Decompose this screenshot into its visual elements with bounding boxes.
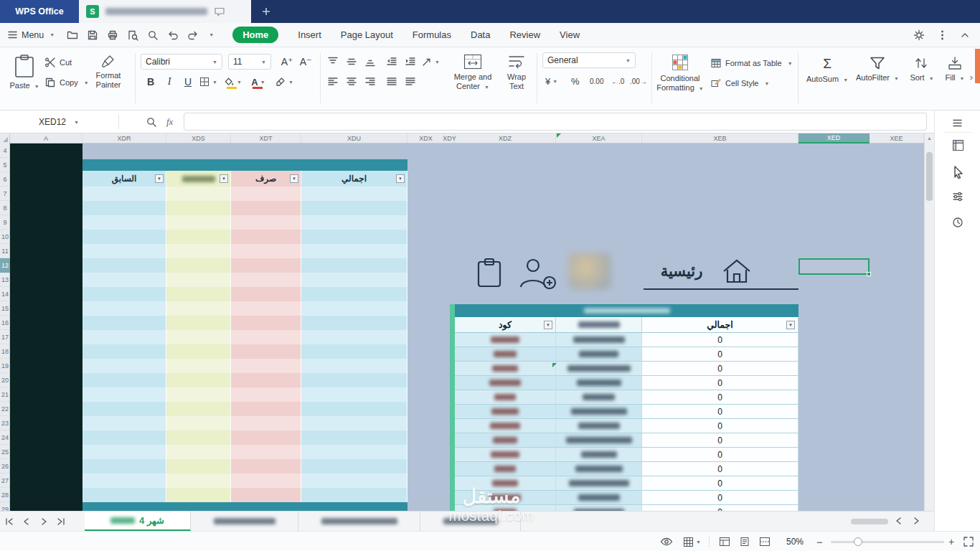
formula-search-icon[interactable] xyxy=(146,116,157,128)
left-table-cell[interactable] xyxy=(231,387,301,402)
left-table-cell[interactable] xyxy=(166,474,231,488)
left-table-cell[interactable] xyxy=(83,273,166,287)
new-tab-button[interactable] xyxy=(261,6,271,17)
normal-view-button[interactable] xyxy=(719,532,730,551)
left-table-cell[interactable] xyxy=(301,359,407,373)
total-cell[interactable]: 0 xyxy=(642,333,798,347)
filter-button[interactable]: ▼ xyxy=(396,174,405,183)
print-icon[interactable] xyxy=(106,29,118,41)
left-table-cell[interactable] xyxy=(166,430,231,445)
row-header-11[interactable]: 11 xyxy=(0,244,10,258)
left-table-cell[interactable] xyxy=(231,316,301,330)
total-cell[interactable]: 0 xyxy=(642,419,798,433)
name-cell[interactable] xyxy=(556,333,642,347)
name-cell[interactable] xyxy=(556,390,642,405)
align-bottom-button[interactable] xyxy=(362,53,379,70)
filter-button[interactable]: ▼ xyxy=(786,321,795,329)
decrease-font-button[interactable]: A⁻ xyxy=(297,53,314,70)
left-table-cell[interactable] xyxy=(301,258,407,273)
vertical-scroll-thumb[interactable] xyxy=(926,152,933,201)
column-header-XDR[interactable]: XDR xyxy=(83,133,166,143)
name-cell[interactable] xyxy=(556,433,642,448)
selection-cursor-icon[interactable] xyxy=(952,165,965,179)
row-header-28[interactable]: 28 xyxy=(0,488,10,502)
left-table-cell[interactable] xyxy=(83,287,166,301)
left-table-cell[interactable] xyxy=(231,230,301,244)
row-header-27[interactable]: 27 xyxy=(0,474,10,488)
previous-sheet-icon[interactable] xyxy=(22,517,32,526)
left-table-cell[interactable] xyxy=(166,244,231,258)
row-header-19[interactable]: 19 xyxy=(0,359,10,373)
ribbon-tab-review[interactable]: Review xyxy=(509,29,540,40)
left-table-cell[interactable] xyxy=(166,330,231,344)
underline-button[interactable]: U xyxy=(179,73,197,90)
left-table-cell[interactable] xyxy=(301,273,407,287)
code-cell[interactable] xyxy=(455,433,556,448)
name-cell[interactable] xyxy=(556,462,642,476)
row-header-12[interactable]: 12 xyxy=(0,258,10,273)
left-table-cell[interactable] xyxy=(301,187,407,201)
name-cell[interactable] xyxy=(556,405,642,419)
left-table-cell[interactable] xyxy=(83,301,166,316)
scroll-right-icon[interactable] xyxy=(911,517,921,525)
format-painter-button[interactable]: Format Painter xyxy=(86,54,131,90)
code-cell[interactable] xyxy=(455,347,556,362)
column-header-XDZ[interactable]: XDZ xyxy=(455,133,556,143)
left-table-cell[interactable] xyxy=(166,316,231,330)
italic-button[interactable]: I xyxy=(161,73,178,90)
code-cell[interactable] xyxy=(455,448,556,462)
next-sheet-icon[interactable] xyxy=(39,517,49,526)
font-color-button[interactable]: A▼ xyxy=(250,73,267,90)
left-table-cell[interactable] xyxy=(231,416,301,430)
ribbon-tab-data[interactable]: Data xyxy=(471,29,490,40)
left-table-cell[interactable] xyxy=(83,258,166,273)
font-size-select[interactable]: 11▼ xyxy=(228,54,271,70)
left-table-cell[interactable] xyxy=(166,215,231,230)
name-cell[interactable] xyxy=(556,476,642,491)
align-center-button[interactable] xyxy=(343,73,360,90)
code-cell[interactable] xyxy=(455,362,556,376)
fx-button[interactable]: fx xyxy=(166,116,173,128)
left-table-column-header[interactable]: صرف▼ xyxy=(231,171,301,187)
left-table-cell[interactable] xyxy=(301,459,407,474)
name-cell[interactable] xyxy=(556,362,642,376)
text-orientation-button[interactable]: ▼ xyxy=(422,53,439,70)
name-cell[interactable] xyxy=(556,505,642,511)
sidebar-menu-icon[interactable] xyxy=(952,118,963,128)
column-header-XED[interactable]: XED xyxy=(798,133,870,143)
formula-input[interactable] xyxy=(184,113,927,131)
filter-button[interactable]: ▼ xyxy=(220,174,228,183)
left-table-cell[interactable] xyxy=(166,402,231,416)
sheet-tab-active[interactable]: شهر 4 xyxy=(85,512,191,531)
undo-icon[interactable] xyxy=(166,29,179,41)
left-table-cell[interactable] xyxy=(166,273,231,287)
increase-indent-button[interactable] xyxy=(402,53,419,70)
borders-button[interactable]: ▼ xyxy=(199,73,217,90)
name-cell[interactable] xyxy=(556,491,642,505)
code-cell[interactable] xyxy=(455,419,556,433)
row-header-25[interactable]: 25 xyxy=(0,445,10,459)
left-table-cell[interactable] xyxy=(231,244,301,258)
total-cell[interactable]: 0 xyxy=(642,376,798,390)
total-cell[interactable]: 0 xyxy=(642,462,798,476)
left-table-cell[interactable] xyxy=(83,359,166,373)
left-table-cell[interactable] xyxy=(301,201,407,215)
visibility-toggle[interactable] xyxy=(660,532,673,551)
paste-button[interactable]: Paste ▼ xyxy=(7,54,42,91)
left-table-cell[interactable] xyxy=(83,344,166,359)
left-table-cell[interactable] xyxy=(231,330,301,344)
autosum-button[interactable]: Σ AutoSum ▼ xyxy=(806,56,848,85)
row-header-6[interactable]: 6 xyxy=(0,172,10,187)
filter-button[interactable]: ▼ xyxy=(544,321,552,329)
left-table-cell[interactable] xyxy=(301,344,407,359)
find-icon[interactable] xyxy=(146,29,159,41)
row-header-4[interactable]: 4 xyxy=(0,143,10,158)
column-header-XDY[interactable]: XDY xyxy=(445,133,455,143)
left-table-cell[interactable] xyxy=(83,373,166,387)
home-shape-icon[interactable] xyxy=(720,257,753,286)
name-cell[interactable] xyxy=(556,419,642,433)
zoom-out-button[interactable]: − xyxy=(816,532,823,551)
row-header-13[interactable]: 13 xyxy=(0,273,10,287)
ribbon-tab-page-layout[interactable]: Page Layout xyxy=(341,29,393,40)
row-header-24[interactable]: 24 xyxy=(0,430,10,445)
